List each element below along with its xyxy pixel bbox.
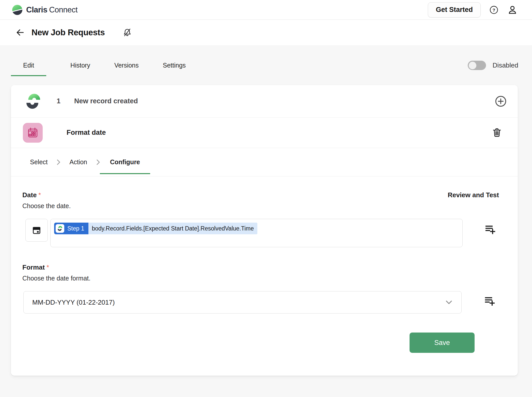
claris-connect-logo[interactable]: ClarisConnect (12, 5, 77, 15)
chevron-down-icon (445, 300, 453, 305)
claris-logo-icon (12, 5, 23, 15)
tab-edit[interactable]: Edit (11, 57, 46, 76)
format-field-label: Format* (22, 263, 518, 271)
review-and-test-link[interactable]: Review and Test (448, 191, 499, 199)
save-button[interactable]: Save (410, 333, 475, 353)
date-token-input[interactable]: Step 1 body.Record.Fields.[Expected Star… (50, 219, 463, 247)
format-date-tile[interactable] (23, 123, 43, 143)
trigger-step-row: 1 New record created (11, 85, 518, 118)
calendar-icon (27, 127, 39, 139)
calendar-picker-icon (32, 225, 42, 235)
date-field-help: Choose the date. (22, 202, 518, 210)
svg-text:?: ? (493, 8, 495, 13)
step-number: 1 (57, 97, 60, 105)
flow-card: 1 New record created (11, 85, 518, 376)
tab-history[interactable]: History (70, 57, 90, 76)
save-row: Save (22, 313, 518, 376)
app-bar: ClarisConnect Get Started ? (0, 0, 532, 20)
action-title: Format date (67, 129, 106, 137)
enable-toggle[interactable] (468, 61, 486, 70)
format-select[interactable]: MM-DD-YYYY (01-22-2017) (23, 291, 462, 313)
person-icon (507, 5, 518, 15)
playlist-add-icon (484, 223, 496, 235)
playlist-add-icon (484, 295, 496, 307)
wizard-step-action[interactable]: Action (69, 158, 87, 166)
delete-step-button[interactable] (492, 127, 502, 138)
connector-s-logo-icon (24, 92, 42, 110)
format-field-block: Format* Choose the date format. (22, 263, 518, 282)
format-select-row: MM-DD-YYYY (01-22-2017) (22, 291, 518, 313)
account-button[interactable] (507, 5, 518, 15)
action-step-row: Format date (11, 118, 518, 148)
add-step-button[interactable] (495, 95, 507, 107)
trash-icon (492, 127, 502, 138)
brand-connect: Connect (49, 5, 77, 14)
date-field-label: Date* (22, 191, 518, 199)
page-title: New Job Requests (32, 28, 105, 37)
token-step-label: Step 1 (67, 225, 84, 232)
data-token[interactable]: Step 1 body.Record.Fields.[Expected Star… (54, 223, 257, 234)
date-input-row: Step 1 body.Record.Fields.[Expected Star… (22, 219, 518, 247)
tabs-row: Edit History Versions Settings Disabled (0, 45, 532, 76)
insert-variable-button[interactable] (484, 223, 496, 235)
insert-variable-button[interactable] (484, 295, 496, 307)
token-path-text: body.Record.Fields.[Expected Start Date]… (88, 223, 258, 234)
connector-s-logo-icon (56, 224, 64, 233)
format-field-help: Choose the date format. (22, 275, 518, 282)
tab-settings[interactable]: Settings (163, 57, 186, 76)
configure-form: Review and Test Date* Choose the date. (11, 176, 518, 376)
wizard-step-select[interactable]: Select (30, 158, 48, 166)
required-asterisk: * (46, 264, 49, 271)
help-button[interactable]: ? (489, 5, 499, 15)
tab-versions[interactable]: Versions (114, 57, 139, 76)
wizard-step-configure[interactable]: Configure (100, 148, 150, 176)
title-bar: New Job Requests (0, 20, 532, 45)
required-asterisk: * (38, 191, 41, 198)
tab-list: Edit History Versions Settings (11, 57, 186, 76)
date-picker-button[interactable] (25, 219, 48, 242)
format-label-text: Format (22, 263, 45, 271)
brand-text: ClarisConnect (26, 5, 77, 14)
plus-circle-icon (495, 95, 507, 107)
notifications-off-button[interactable] (123, 28, 132, 37)
help-circle-icon: ? (489, 5, 499, 15)
status-toggle-group: Disabled (468, 61, 518, 76)
bell-off-icon (123, 28, 132, 37)
toggle-knob (469, 62, 476, 69)
chevron-right-icon (56, 159, 61, 166)
brand-claris: Claris (26, 5, 47, 14)
token-step-chip: Step 1 (54, 223, 88, 234)
toggle-label: Disabled (493, 61, 518, 69)
date-label-text: Date (22, 191, 37, 199)
arrow-left-icon (15, 28, 25, 37)
wizard-breadcrumb: Select Action Configure (11, 148, 518, 176)
back-button[interactable] (15, 28, 25, 37)
get-started-button[interactable]: Get Started (428, 2, 481, 18)
format-select-value: MM-DD-YYYY (01-22-2017) (32, 299, 445, 306)
trigger-title: New record created (74, 97, 138, 105)
